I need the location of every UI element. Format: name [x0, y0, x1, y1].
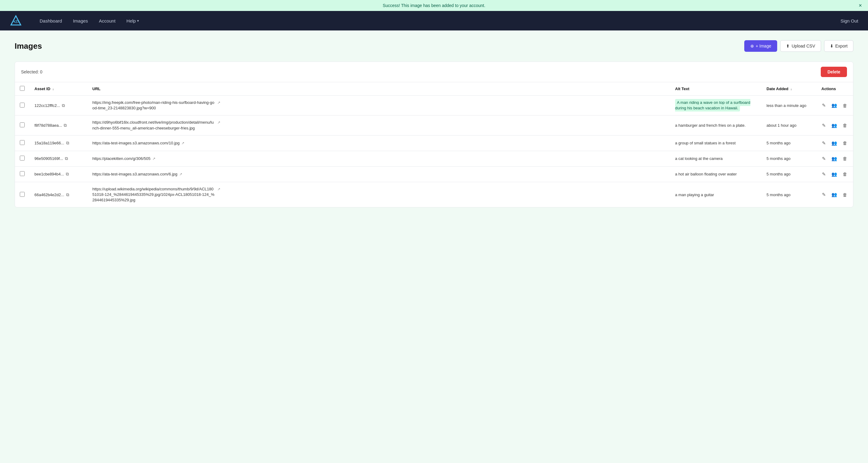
row-checkbox-3[interactable] [20, 156, 25, 161]
alt-text-1: a hamburger and french fries on a plate. [675, 123, 745, 128]
external-link-icon-5[interactable]: ↗ [217, 187, 220, 191]
asset-id-text-2: 15a18a119e66... [34, 141, 64, 145]
table-row: 122cc12fffc2... ⧉ https://img.freepik.co… [15, 96, 853, 115]
sort-icon-asset: ↓ [53, 88, 54, 91]
asset-id-text-3: 96e50905169f... [34, 156, 63, 161]
add-image-button[interactable]: ⊕ + Image [744, 40, 777, 52]
edit-button-3[interactable]: ✎ [822, 155, 827, 162]
assign-button-2[interactable]: 👥 [831, 140, 838, 146]
delete-row-button-1[interactable]: 🗑 [842, 122, 848, 129]
delete-row-button-3[interactable]: 🗑 [842, 155, 848, 162]
asset-id-cell-4: bee1cbe894b4... ⧉ [30, 166, 88, 182]
alt-text-4: a hot air balloon floating over water [675, 172, 737, 176]
select-all-checkbox[interactable] [20, 86, 25, 91]
export-icon: ⬇ [830, 43, 834, 48]
plus-icon: ⊕ [750, 43, 754, 48]
copy-icon-0[interactable]: ⧉ [62, 103, 65, 108]
row-checkbox-1[interactable] [20, 123, 25, 127]
upload-csv-button[interactable]: ⬆ Upload CSV [780, 40, 821, 52]
asset-id-cell-2: 15a18a119e66... ⧉ [30, 135, 88, 151]
copy-icon-4[interactable]: ⧉ [66, 171, 69, 177]
table-row: f8f78d788aea... ⧉ https://d9hyo6bif16lx.… [15, 115, 853, 135]
asset-id-cell-3: 96e50905169f... ⧉ [30, 151, 88, 166]
copy-icon-5[interactable]: ⧉ [66, 192, 69, 197]
row-checkbox-0[interactable] [20, 103, 25, 107]
actions-cell-5: ✎ 👥 🗑 [816, 182, 853, 207]
date-added-cell-0: less than a minute ago [762, 96, 816, 115]
date-added-text-3: 5 months ago [767, 156, 790, 161]
delete-row-button-4[interactable]: 🗑 [842, 171, 848, 177]
url-cell-0: https://img.freepik.com/free-photo/man-r… [88, 96, 670, 115]
images-table: Asset ID ↓ URL Alt Text Date Added ↓ Act [15, 82, 853, 207]
delete-row-button-5[interactable]: 🗑 [842, 192, 848, 198]
page-title: Images [14, 41, 42, 51]
edit-button-2[interactable]: ✎ [822, 140, 827, 146]
page-content: Images ⊕ + Image ⬆ Upload CSV ⬇ Export S… [0, 30, 868, 217]
date-added-text-0: less than a minute ago [767, 103, 806, 108]
external-link-icon-2[interactable]: ↗ [181, 141, 184, 145]
svg-text:</>: </> [13, 19, 20, 24]
alt-text-2: a group of small statues in a forest [675, 141, 736, 145]
nav-links: Dashboard Images Account Help ▾ [34, 11, 841, 30]
th-alt-text: Alt Text [670, 82, 762, 96]
row-checkbox-cell-4 [15, 166, 30, 182]
asset-id-text-5: 66a462b4e2d2... [34, 193, 64, 197]
assign-button-3[interactable]: 👥 [831, 155, 838, 162]
edit-button-1[interactable]: ✎ [822, 122, 827, 129]
url-cell-3: https://placekitten.com/g/306/505 ↗ [88, 151, 670, 166]
th-url: URL [88, 82, 670, 96]
success-banner: Success! This image has been added to yo… [0, 0, 868, 11]
date-added-text-5: 5 months ago [767, 193, 790, 197]
date-added-text-4: 5 months ago [767, 172, 790, 176]
row-checkbox-5[interactable] [20, 192, 25, 197]
row-checkbox-cell-1 [15, 115, 30, 135]
table-row: 66a462b4e2d2... ⧉ https://upload.wikimed… [15, 182, 853, 207]
external-link-icon-0[interactable]: ↗ [217, 101, 220, 105]
assign-button-1[interactable]: 👥 [831, 122, 838, 129]
copy-icon-1[interactable]: ⧉ [64, 123, 67, 128]
nav-images[interactable]: Images [67, 11, 93, 30]
sign-out-button[interactable]: Sign Out [841, 18, 858, 24]
assign-button-5[interactable]: 👥 [831, 191, 838, 198]
alt-text-cell-0: A man riding a wave on top of a surfboar… [670, 96, 762, 115]
date-added-cell-2: 5 months ago [762, 135, 816, 151]
url-cell-2: https://ata-test-images.s3.amazonaws.com… [88, 135, 670, 151]
date-added-text-2: 5 months ago [767, 141, 790, 145]
export-button[interactable]: ⬇ Export [824, 40, 854, 52]
nav-help[interactable]: Help ▾ [121, 11, 145, 30]
edit-button-5[interactable]: ✎ [822, 191, 827, 198]
assign-button-0[interactable]: 👥 [831, 102, 838, 109]
url-text-3: https://placekitten.com/g/306/505 [92, 156, 151, 161]
assign-button-4[interactable]: 👥 [831, 171, 838, 177]
url-cell-4: https://ata-test-images.s3.amazonaws.com… [88, 166, 670, 182]
row-checkbox-4[interactable] [20, 171, 25, 176]
table-row: bee1cbe894b4... ⧉ https://ata-test-image… [15, 166, 853, 182]
date-added-cell-4: 5 months ago [762, 166, 816, 182]
sort-icon-date: ↓ [790, 88, 792, 91]
copy-icon-3[interactable]: ⧉ [65, 156, 68, 161]
close-banner-button[interactable]: × [859, 2, 862, 9]
edit-button-0[interactable]: ✎ [822, 102, 827, 109]
nav-account[interactable]: Account [94, 11, 121, 30]
th-date-added[interactable]: Date Added ↓ [762, 82, 816, 96]
external-link-icon-1[interactable]: ↗ [217, 120, 220, 125]
nav-dashboard[interactable]: Dashboard [34, 11, 67, 30]
images-table-container: Selected: 0 Delete Asset ID ↓ URL [14, 62, 854, 207]
row-checkbox-2[interactable] [20, 140, 25, 145]
success-message: Success! This image has been added to yo… [383, 3, 486, 8]
asset-id-text-4: bee1cbe894b4... [34, 172, 64, 176]
actions-cell-0: ✎ 👥 🗑 [816, 96, 853, 115]
delete-button[interactable]: Delete [821, 67, 847, 77]
table-row: 15a18a119e66... ⧉ https://ata-test-image… [15, 135, 853, 151]
external-link-icon-3[interactable]: ↗ [152, 157, 155, 161]
copy-icon-2[interactable]: ⧉ [66, 140, 69, 145]
actions-cell-1: ✎ 👥 🗑 [816, 115, 853, 135]
delete-row-button-2[interactable]: 🗑 [842, 140, 848, 146]
external-link-icon-4[interactable]: ↗ [179, 172, 182, 176]
url-text-0: https://img.freepik.com/free-photo/man-r… [92, 100, 215, 111]
th-asset-id[interactable]: Asset ID ↓ [30, 82, 88, 96]
edit-button-4[interactable]: ✎ [822, 171, 827, 177]
table-header-row: Asset ID ↓ URL Alt Text Date Added ↓ Act [15, 82, 853, 96]
alt-text-cell-2: a group of small statues in a forest [670, 135, 762, 151]
delete-row-button-0[interactable]: 🗑 [842, 102, 848, 109]
